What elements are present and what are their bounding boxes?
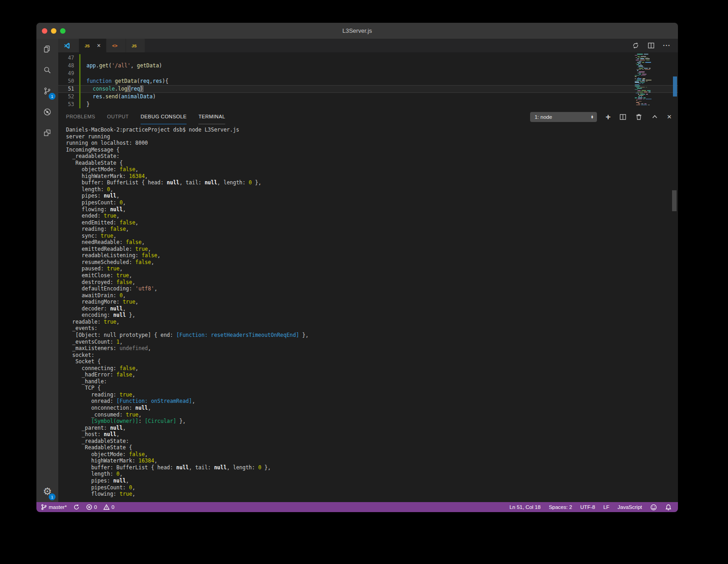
console-line: _readableState:: [66, 438, 678, 445]
errors-item[interactable]: 0: [86, 504, 97, 510]
console-line: objectMode: false,: [66, 451, 678, 458]
add-session-icon[interactable]: +: [606, 112, 611, 121]
explorer-icon: [43, 45, 51, 53]
console-line: _consumed: true,: [66, 412, 678, 418]
console-line: buffer: BufferList { head: null, tail: n…: [66, 464, 678, 471]
console-line: _handle:: [66, 378, 678, 385]
console-line: reading: true,: [66, 391, 678, 398]
warnings-item[interactable]: 0: [103, 504, 114, 510]
line-number: 51: [58, 85, 79, 93]
badge: 1: [49, 493, 56, 500]
close-panel-icon[interactable]: ×: [667, 113, 672, 121]
console-line: [Object: null prototype] { end: [Functio…: [66, 332, 678, 339]
tab-demoserver-js[interactable]: JS: [126, 39, 145, 52]
console-line: [Symbol(owner)]: [Circular] },: [66, 418, 678, 425]
activity-settings-gear-icon[interactable]: ⚙1: [36, 481, 58, 502]
minimap[interactable]: [635, 54, 653, 107]
panel-tab-terminal[interactable]: TERMINAL: [198, 109, 225, 124]
console-line: Socket {: [66, 358, 678, 365]
sync-item[interactable]: [73, 504, 80, 510]
code-text: [81, 54, 86, 62]
console-line: pipes: null,: [66, 478, 678, 484]
close-tab-icon[interactable]: ×: [97, 42, 101, 49]
activity-debug-icon[interactable]: [36, 102, 58, 122]
console-line: reading: false,: [66, 226, 678, 233]
console-line: readingMore: true,: [66, 299, 678, 305]
debug-session-select[interactable]: 1: node ▲▼: [530, 112, 597, 122]
activity-explorer-icon[interactable]: [36, 39, 58, 60]
indentation[interactable]: Spaces: 2: [549, 504, 572, 510]
open-changes-icon[interactable]: [632, 42, 639, 49]
language-mode[interactable]: JavaScript: [617, 504, 642, 510]
status-label: master*: [49, 504, 67, 510]
console-line: pipes: null,: [66, 193, 678, 199]
vscode-logo-icon: [64, 42, 71, 49]
console-line: ended: true,: [66, 213, 678, 219]
editor-line-51[interactable]: 51 console.log(req): [58, 85, 678, 93]
more-actions-icon[interactable]: ···: [663, 41, 671, 50]
title-bar[interactable]: L3Server.js: [36, 23, 678, 39]
code-text: res.send(animalData): [81, 93, 156, 101]
encoding[interactable]: UTF-8: [580, 504, 595, 510]
console-line: _host: null,: [66, 431, 678, 438]
line-number: 52: [58, 93, 79, 101]
console-line: destroyed: false,: [66, 279, 678, 286]
js-file-icon: JS: [131, 42, 136, 49]
extensions-icon: [43, 129, 51, 137]
code-text: app.get('/all', getData): [81, 62, 162, 70]
editor-line-52[interactable]: 52 res.send(animalData): [58, 93, 678, 101]
feedback-item[interactable]: [650, 504, 657, 511]
console-line: encoding: null },: [66, 312, 678, 319]
console-line: pipesCount: 0,: [66, 484, 678, 491]
debug-session-label: 1: node: [535, 114, 552, 120]
editor-line-50[interactable]: 50function getData(req,res){: [58, 77, 678, 85]
status-label: Ln 51, Col 18: [510, 504, 541, 510]
panel-tab-problems[interactable]: PROBLEMS: [66, 109, 95, 124]
console-line: paused: true,: [66, 265, 678, 272]
maximize-panel-icon[interactable]: [651, 113, 658, 121]
editor-line-53[interactable]: 53}: [58, 101, 678, 108]
status-label: JavaScript: [617, 504, 642, 510]
editor-tab-bar: JS×<>JS···: [58, 39, 678, 52]
bottom-panel: PROBLEMSOUTPUTDEBUG CONSOLETERMINAL 1: n…: [58, 109, 678, 502]
git-branch-icon: [41, 504, 47, 510]
split-editor-icon[interactable]: [647, 42, 655, 49]
status-label: 0: [94, 504, 97, 510]
code-editor[interactable]: 4748app.get('/all', getData)4950function…: [58, 52, 678, 109]
console-line: IncomingMessage {: [66, 147, 678, 153]
split-panel-icon[interactable]: [619, 113, 627, 121]
debug-console-output[interactable]: Daniels-MacBook-2:practiceProject dsb$ n…: [58, 124, 678, 502]
tab-welcome[interactable]: [58, 39, 79, 52]
activity-search-icon[interactable]: [36, 60, 58, 81]
activity-source-control-icon[interactable]: 1: [36, 81, 58, 102]
console-line: emitClose: true,: [66, 272, 678, 279]
notifications-item[interactable]: [665, 504, 672, 511]
panel-scrollbar[interactable]: [672, 190, 677, 211]
clear-console-icon[interactable]: [635, 113, 642, 121]
tab-index-html[interactable]: <>: [106, 39, 126, 52]
code-text: function getData(req,res){: [81, 77, 168, 85]
smiley-icon: [650, 504, 657, 511]
line-number: 48: [58, 62, 79, 70]
eol[interactable]: LF: [603, 504, 609, 510]
console-line: highWaterMark: 16384,: [66, 173, 678, 180]
panel-tab-output[interactable]: OUTPUT: [107, 109, 129, 124]
editor-line-49[interactable]: 49: [58, 70, 678, 77]
git-branch-item[interactable]: master*: [41, 504, 67, 510]
editor-line-47[interactable]: 47: [58, 54, 678, 62]
debug-icon: [43, 108, 51, 116]
console-line: length: 0,: [66, 186, 678, 193]
bell-icon: [665, 504, 672, 511]
console-line: highWaterMark: 16384,: [66, 457, 678, 464]
line-number: 49: [58, 70, 79, 77]
activity-extensions-icon[interactable]: [36, 122, 58, 143]
console-line: length: 0,: [66, 471, 678, 478]
console-line: _eventsCount: 1,: [66, 339, 678, 346]
editor-scrollbar[interactable]: [673, 76, 677, 97]
cursor-position[interactable]: Ln 51, Col 18: [510, 504, 541, 510]
tab-l3server-js[interactable]: JS×: [79, 39, 106, 52]
editor-line-48[interactable]: 48app.get('/all', getData): [58, 62, 678, 70]
console-line: onconnection: null,: [66, 405, 678, 412]
panel-tab-debug-console[interactable]: DEBUG CONSOLE: [141, 109, 187, 124]
console-line: server running: [66, 133, 678, 140]
